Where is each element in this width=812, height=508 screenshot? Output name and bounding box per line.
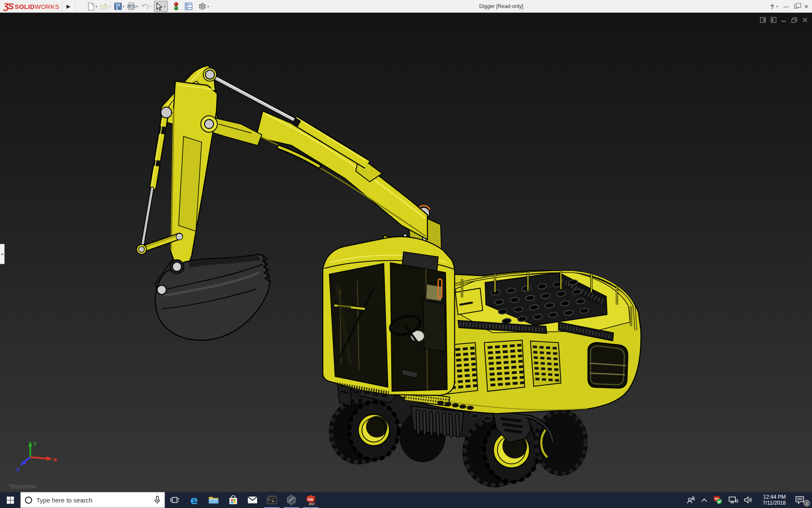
cab [323,237,455,395]
clock[interactable]: 12:44 PM7/11/2018 [756,492,792,508]
pane-toggle-2-icon[interactable] [771,17,776,23]
traffic-light-icon [173,2,179,11]
doc-close-button[interactable] [802,17,808,23]
save-icon [114,3,122,10]
excavator-model[interactable]: Y X Z [0,13,812,492]
hidden-icons-button[interactable] [698,492,710,508]
taskbar-app-file-explorer[interactable] [204,492,223,508]
ds-logo-icon: ƷS [3,1,13,11]
doc-minimize-button[interactable] [781,17,787,23]
undo-button[interactable]: ▾ [140,1,153,12]
taskbar-app-store[interactable] [223,492,243,508]
menu-flyout-arrow[interactable]: ▶ [65,3,72,10]
task-view-button[interactable] [165,492,184,508]
view-orientation-label: *Dimetric [8,483,36,490]
triad-z-label: Z [16,466,19,472]
command-prompt-icon: C:\ [267,496,277,504]
feature-panel-flyout-tab[interactable] [0,244,5,264]
brand-solid: SOLID [15,3,35,10]
options-list-icon [185,3,192,10]
system-tray: SW 12:44 PM7/11/2018 2 [684,492,812,508]
windows-logo-icon [7,497,14,504]
open-icon [100,3,109,10]
separator [62,1,62,11]
sw-shield-check-icon: SW [713,495,722,505]
restore-button[interactable] [794,5,798,8]
standard-toolbar: ▾ ▾ ▾ ▾ ▾ ▾ ▾ [87,0,211,13]
reference-triad: Y X Z [16,441,57,472]
start-button[interactable] [0,492,20,508]
triad-x-label: X [53,457,57,463]
help-button[interactable]: ? [770,3,774,10]
solidworks-logo: ƷS SOLIDWORKS ▶ [3,0,78,13]
save-button[interactable]: ▾ [114,1,126,12]
file-explorer-icon [208,496,219,504]
document-title: Digger [Read-only] [479,0,523,13]
action-center-icon [795,496,804,504]
notification-badge: 2 [804,500,810,506]
solidworks-2017-icon: SW2017 [305,494,316,505]
network-icon [728,496,738,504]
gear-icon [198,3,206,11]
edge-icon: e [190,494,198,506]
taskbar-app-solidworks-2017[interactable]: SW2017 [301,492,321,508]
dropdown-caret[interactable]: ▾ [207,5,209,8]
tray-date: 7/11/2018 [763,500,786,506]
triad-y-label: Y [33,441,37,447]
rebuild-traffic-light-button[interactable] [173,1,179,12]
open-button[interactable]: ▾ [100,1,113,12]
taskbar-search[interactable] [20,492,165,508]
windows-taskbar: e C:\ SW2017 SW [0,492,812,508]
help-dropdown-caret[interactable]: ▾ [776,5,778,8]
taskbar-app-cad-hexagon[interactable] [282,492,301,508]
speaker-icon [744,496,753,504]
graphics-area[interactable]: Y X Z *Dimetric [0,13,812,492]
task-view-icon [170,496,179,504]
new-document-icon [88,3,95,11]
taskbar-app-command-prompt[interactable]: C:\ [262,492,282,508]
rear-right-wheel [535,409,587,475]
settings-button[interactable]: ▾ [198,1,211,12]
cmd-label: C:\ [268,498,274,502]
new-document-button[interactable]: ▾ [87,1,99,12]
dropdown-caret[interactable]: ▾ [136,5,138,8]
tray-time: 12:44 PM [763,494,786,500]
doc-restore-button[interactable] [791,17,798,23]
mail-icon [247,496,258,504]
dropdown-caret[interactable]: ▾ [123,5,124,8]
cad-hexagon-icon [286,495,296,505]
dropdown-caret: ▾ [110,5,111,8]
action-center-button[interactable]: 2 [792,492,810,508]
cortana-icon [25,497,32,504]
taskbar-app-mail[interactable] [243,492,262,508]
select-cursor-icon [155,2,163,11]
search-input[interactable] [36,497,150,504]
dropdown-caret[interactable]: ▾ [164,5,166,8]
undo-icon [141,3,149,10]
minimize-button[interactable]: — [783,3,789,10]
pane-toggle-icon[interactable] [760,17,766,23]
close-button[interactable]: ✕ [804,3,809,10]
microphone-icon[interactable] [154,496,160,504]
dropdown-caret: ▾ [150,5,151,8]
select-tool-button[interactable]: ▾ [154,1,168,12]
document-window-controls [760,17,808,23]
volume-tray[interactable] [741,492,756,508]
solidworks-monitor-tray[interactable]: SW [710,492,725,508]
print-button[interactable]: ▾ [127,1,140,12]
people-icon [687,496,695,504]
store-icon [229,495,238,505]
flyout-dot-icon [1,253,3,255]
print-icon [127,3,135,10]
sw-letters: SW [307,497,314,502]
taskbar-app-edge[interactable]: e [184,492,204,508]
brand-works: WORKS [35,3,59,10]
people-button[interactable] [684,492,698,508]
chevron-up-icon [701,498,707,502]
options-list-button[interactable] [184,1,193,12]
window-titlebar: ƷS SOLIDWORKS ▶ ▾ ▾ ▾ ▾ ▾ ▾ [0,0,812,13]
sw-year: 2017 [309,502,315,505]
network-tray[interactable] [725,492,741,508]
dropdown-caret[interactable]: ▾ [96,5,97,8]
front-left-wheel [329,400,399,464]
